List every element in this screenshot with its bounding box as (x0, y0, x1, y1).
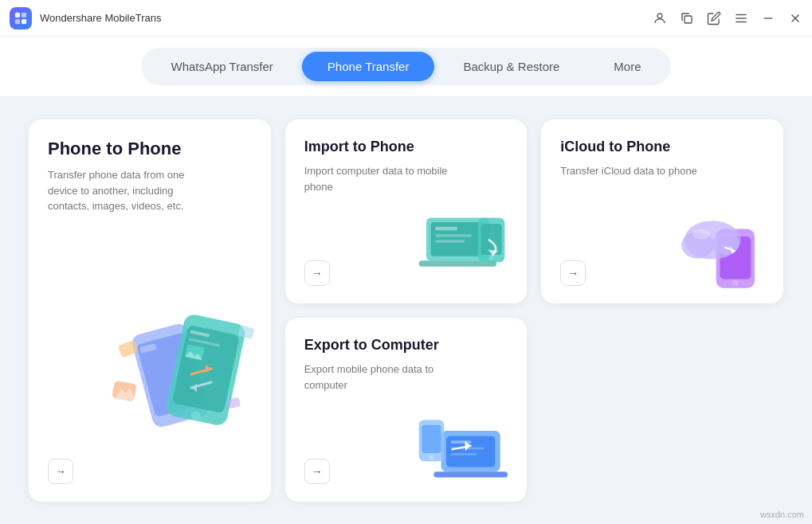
nav-bar: WhatsApp Transfer Phone Transfer Backup … (0, 37, 812, 97)
card-phone-to-phone-title: Phone to Phone (48, 139, 252, 159)
card-phone-to-phone[interactable]: Phone to Phone Transfer phone data from … (29, 119, 271, 502)
card-import-title: Import to Phone (304, 139, 508, 155)
card-import-arrow[interactable]: → (304, 260, 330, 286)
card-export-desc: Export mobile phone data to computer (304, 362, 464, 393)
import-illustration (415, 192, 519, 295)
svg-rect-55 (422, 425, 441, 453)
watermark: wsxdn.com (760, 510, 804, 519)
svg-rect-1 (22, 12, 26, 17)
main-content: Phone to Phone Transfer phone data from … (0, 97, 812, 524)
card-phone-to-phone-desc: Transfer phone data from one device to a… (48, 167, 207, 214)
export-illustration (415, 390, 519, 494)
card-icloud-arrow[interactable]: → (560, 260, 586, 286)
card-export-to-computer[interactable]: Export to Computer Export mobile phone d… (285, 318, 528, 502)
account-icon[interactable] (653, 11, 667, 25)
svg-rect-33 (435, 227, 457, 231)
card-export-title: Export to Computer (304, 337, 508, 354)
card-icloud-title: iCloud to Phone (560, 139, 764, 155)
card-phone-to-phone-arrow[interactable]: → (48, 459, 73, 484)
svg-rect-53 (451, 453, 477, 456)
nav-tabs: WhatsApp Transfer Phone Transfer Backup … (141, 48, 670, 85)
svg-point-56 (430, 456, 434, 460)
phone-to-phone-illustration (104, 279, 271, 454)
svg-point-4 (657, 14, 662, 18)
card-export-arrow[interactable]: → (304, 459, 330, 484)
app-title: Wondershare MobileTrans (40, 12, 653, 24)
card-icloud-to-phone[interactable]: iCloud to Phone Transfer iCloud data to … (541, 119, 783, 303)
menu-icon[interactable] (734, 11, 748, 25)
close-icon[interactable] (788, 11, 802, 25)
window-controls (653, 11, 802, 25)
svg-rect-0 (15, 12, 20, 17)
card-icloud-desc: Transfer iCloud data to phone (560, 163, 720, 179)
tab-whatsapp-transfer[interactable]: WhatsApp Transfer (145, 52, 298, 81)
card-import-to-phone[interactable]: Import to Phone Import computer data to … (285, 119, 528, 303)
svg-rect-35 (435, 240, 465, 243)
svg-rect-37 (481, 224, 502, 255)
tab-backup-restore[interactable]: Backup & Restore (437, 52, 585, 81)
svg-rect-34 (435, 234, 472, 237)
app-logo (10, 7, 32, 29)
tab-phone-transfer[interactable]: Phone Transfer (302, 52, 435, 81)
svg-rect-51 (451, 440, 472, 444)
icloud-illustration (672, 192, 775, 295)
svg-rect-5 (685, 16, 692, 23)
titlebar: Wondershare MobileTrans (0, 0, 812, 37)
card-import-desc: Import computer data to mobile phone (304, 163, 464, 194)
duplicate-icon[interactable] (680, 11, 694, 25)
svg-point-46 (692, 229, 710, 239)
svg-point-38 (489, 256, 494, 261)
minimize-icon[interactable] (761, 11, 775, 25)
tab-more[interactable]: More (588, 52, 666, 81)
edit-icon[interactable] (707, 11, 721, 25)
svg-point-42 (732, 280, 738, 286)
svg-rect-50 (434, 471, 508, 477)
svg-rect-2 (15, 18, 20, 23)
svg-rect-3 (22, 18, 26, 23)
